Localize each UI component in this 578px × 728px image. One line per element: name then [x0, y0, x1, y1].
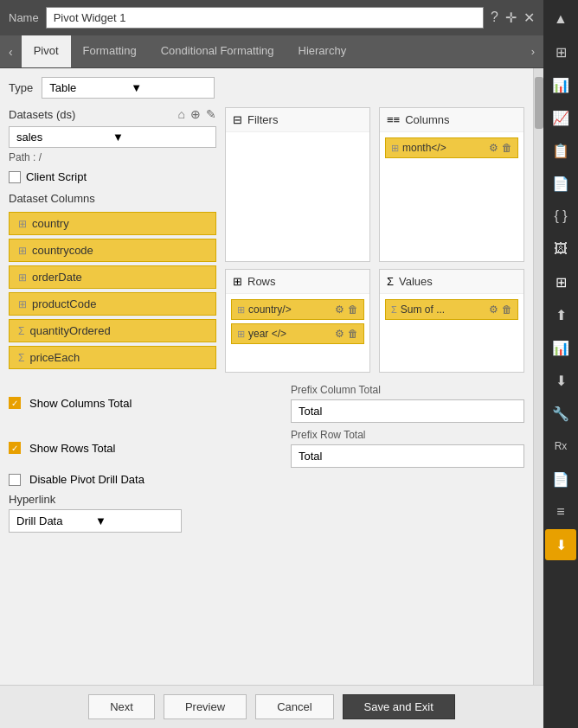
prefix-column-section: Prefix Column Total: [291, 383, 524, 423]
sidebar-icon-hierarchy[interactable]: ⬆: [545, 299, 576, 330]
datasets-header: Datasets (ds) ⌂ ⊕ ✎: [9, 107, 216, 121]
rows-title: Rows: [247, 275, 276, 288]
sidebar-icon-rx[interactable]: Rx: [545, 431, 576, 462]
home-icon[interactable]: ⌂: [178, 107, 185, 121]
hyperlink-section: Hyperlink Drill Data ▼: [9, 493, 524, 533]
next-button[interactable]: Next: [88, 694, 155, 719]
sidebar-icon-code[interactable]: { }: [545, 201, 576, 232]
sidebar-icon-layers[interactable]: ≡: [545, 496, 576, 527]
path-row: Path : /: [9, 151, 216, 163]
client-script-label: Client Script: [26, 170, 87, 183]
sidebar-icon-arrow-up[interactable]: ▲: [545, 3, 576, 35]
datasets-title: Datasets (ds): [9, 108, 75, 121]
scrollbar-thumb[interactable]: [535, 77, 543, 129]
column-tag-quantityordered[interactable]: Σ quantityOrdered: [9, 319, 216, 342]
sidebar-icon-document[interactable]: 📄: [545, 168, 576, 199]
hyperlink-label: Hyperlink: [9, 493, 524, 506]
tab-formatting[interactable]: Formatting: [71, 35, 149, 67]
sidebar-icon-line-chart[interactable]: 📈: [545, 102, 576, 133]
column-tag-priceeach[interactable]: Σ priceEach: [9, 346, 216, 369]
sidebar-icon-report[interactable]: 📋: [545, 135, 576, 166]
delete-icon[interactable]: 🗑: [502, 303, 512, 316]
sidebar-icon-table[interactable]: ⊞: [545, 266, 576, 297]
filter-icon: ⊟: [233, 113, 242, 126]
value-field-sum[interactable]: Σ Sum of ... ⚙ 🗑: [385, 299, 518, 320]
table-icon: ⊞: [18, 298, 27, 310]
filter-columns-row: ⊟ Filters ≡≡ Columns: [225, 107, 524, 262]
prefix-row-section: Prefix Row Total: [291, 428, 524, 468]
sidebar-icon-settings[interactable]: 🔧: [545, 398, 576, 429]
sigma-icon: Σ: [18, 325, 24, 337]
disable-pivot-checkbox[interactable]: [9, 474, 21, 486]
datasets-icons: ⌂ ⊕ ✎: [178, 107, 216, 121]
rows-icon: ⊞: [233, 275, 242, 288]
two-col-layout: Datasets (ds) ⌂ ⊕ ✎ sales ▼: [9, 107, 524, 373]
rows-box: ⊞ Rows ⊞ country/> ⚙ 🗑: [225, 269, 370, 373]
delete-icon[interactable]: 🗑: [348, 303, 358, 316]
tab-left-arrow[interactable]: ‹: [0, 38, 22, 66]
type-select[interactable]: Table ▼: [42, 77, 215, 99]
header: Name ? ✛ ✕: [0, 0, 543, 35]
cancel-button[interactable]: Cancel: [255, 694, 333, 719]
scrollbar[interactable]: [533, 68, 543, 685]
type-label: Type: [9, 81, 33, 94]
move-icon[interactable]: ✛: [505, 10, 517, 26]
column-field-month[interactable]: ⊞ month</> ⚙ 🗑: [385, 137, 518, 158]
client-script-checkbox[interactable]: [9, 171, 21, 183]
sidebar-icon-image[interactable]: 🖼: [545, 233, 576, 265]
column-tag-country[interactable]: ⊞ country: [9, 212, 216, 235]
sidebar-icon-export[interactable]: ⬇: [545, 529, 576, 560]
hyperlink-select[interactable]: Drill Data ▼: [9, 509, 182, 533]
filters-header: ⊟ Filters: [226, 108, 369, 132]
columns-title: Columns: [405, 113, 449, 126]
values-box: Σ Values Σ Sum of ... ⚙: [379, 269, 524, 373]
table-icon: ⊞: [237, 304, 245, 316]
prefix-column-input[interactable]: [291, 399, 524, 423]
help-icon[interactable]: ?: [491, 10, 498, 26]
show-rows-total-row: ✓ Show Rows Total Prefix Row Total: [9, 428, 524, 468]
prefix-row-input[interactable]: [291, 444, 524, 468]
tab-pivot[interactable]: Pivot: [22, 35, 71, 67]
settings-icon[interactable]: ⚙: [335, 303, 344, 316]
filters-content[interactable]: [226, 132, 369, 201]
column-tag-orderdate[interactable]: ⊞ orderDate: [9, 265, 216, 289]
widget-name-input[interactable]: [46, 7, 484, 29]
table-icon: ⊞: [237, 329, 245, 340]
dataset-columns-title: Dataset Columns: [9, 192, 216, 205]
save-exit-button[interactable]: Save and Exit: [343, 694, 455, 719]
left-column: Datasets (ds) ⌂ ⊕ ✎ sales ▼: [9, 107, 216, 373]
settings-icon[interactable]: ⚙: [335, 328, 344, 340]
delete-icon[interactable]: 🗑: [502, 142, 512, 154]
sigma-icon: Σ: [18, 352, 24, 364]
sidebar-icon-chart2[interactable]: 📊: [545, 332, 576, 363]
column-tag-productcode[interactable]: ⊞ productCode: [9, 292, 216, 316]
filters-box: ⊟ Filters: [225, 107, 370, 262]
tabs-bar: ‹ Pivot Formatting Conditional Formattin…: [0, 35, 543, 68]
name-label: Name: [9, 11, 39, 24]
table-icon: ⊞: [18, 271, 27, 284]
delete-icon[interactable]: 🗑: [348, 328, 358, 340]
settings-icon[interactable]: ⚙: [489, 303, 498, 316]
tab-hierarchy[interactable]: Hierarchy: [286, 35, 359, 67]
columns-box: ≡≡ Columns ⊞ month</> ⚙: [379, 107, 524, 262]
preview-button[interactable]: Preview: [164, 694, 247, 719]
dataset-dropdown-icon: ▼: [112, 131, 209, 144]
columns-icon: ≡≡: [387, 113, 400, 126]
show-columns-total-checkbox[interactable]: ✓: [9, 397, 21, 409]
dataset-select[interactable]: sales ▼: [9, 126, 216, 148]
sidebar-icon-bar-chart[interactable]: 📊: [545, 69, 576, 100]
settings-icon[interactable]: ⚙: [489, 142, 498, 154]
show-rows-total-checkbox[interactable]: ✓: [9, 442, 21, 454]
column-tag-countrycode[interactable]: ⊞ countrycode: [9, 239, 216, 262]
tab-right-arrow[interactable]: ›: [523, 38, 543, 65]
edit-icon[interactable]: ✎: [206, 107, 216, 121]
row-field-year[interactable]: ⊞ year </> ⚙ 🗑: [231, 323, 364, 344]
row-field-country[interactable]: ⊞ country/> ⚙ 🗑: [231, 299, 364, 320]
sidebar-icon-grid[interactable]: ⊞: [545, 36, 576, 67]
close-icon[interactable]: ✕: [523, 10, 535, 26]
add-icon[interactable]: ⊕: [190, 107, 201, 121]
tab-conditional-formatting[interactable]: Conditional Formatting: [149, 35, 286, 67]
sidebar-icon-doc2[interactable]: 📄: [545, 463, 576, 495]
right-column: ⊟ Filters ≡≡ Columns: [225, 107, 524, 373]
sidebar-icon-download[interactable]: ⬇: [545, 365, 576, 396]
